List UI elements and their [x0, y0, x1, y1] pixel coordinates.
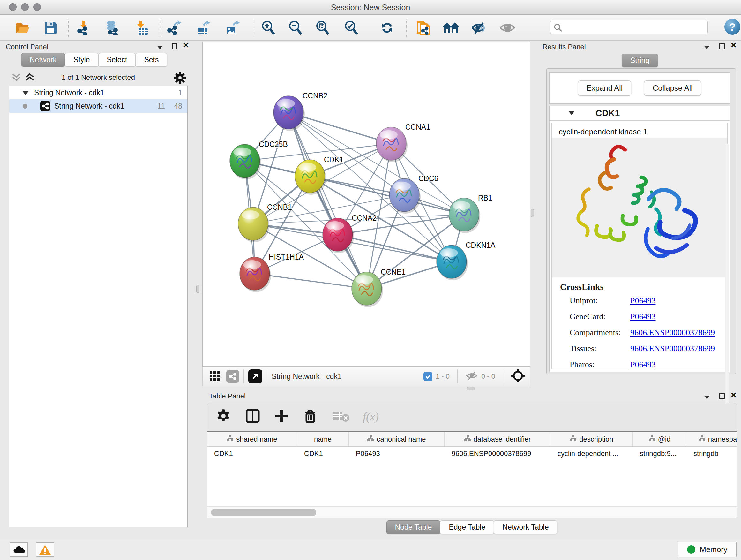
column-header-database-identifier[interactable]: database identifier [445, 432, 550, 446]
table-cell[interactable]: stringdb [686, 447, 737, 461]
network-options-gear-icon[interactable]: /* teeth drawn by render script */ [174, 71, 186, 85]
control-panel-float-button[interactable] [172, 43, 177, 51]
collection-expand-triangle[interactable] [23, 88, 28, 97]
table-cell[interactable]: stringdb:9... [633, 447, 686, 461]
control-panel-close-button[interactable]: × [183, 42, 189, 50]
network-node-CDC25B[interactable]: CDC25B [230, 140, 288, 179]
function-builder-icon[interactable]: f(x) [363, 410, 379, 423]
right-splitter-handle[interactable] [531, 209, 534, 217]
table-tab-edge-table[interactable]: Edge Table [440, 520, 494, 534]
crosslink-link[interactable]: 9606.ENSP00000378699 [630, 328, 715, 337]
show-columns-icon[interactable] [246, 409, 260, 425]
export-table-icon[interactable] [195, 20, 211, 36]
zoom-out-icon[interactable] [288, 20, 303, 36]
zoom-fit-icon[interactable] [315, 20, 330, 36]
bottom-splitter-handle[interactable] [467, 387, 475, 390]
node-position-crosshair-icon[interactable] [511, 369, 525, 384]
network-canvas[interactable]: CCNB2CCNA1CDC25BCDK1CDC6RB1CCNB1CCNA2CDK… [202, 42, 530, 367]
left-splitter-handle[interactable] [196, 285, 199, 293]
tab-sets[interactable]: Sets [135, 53, 167, 67]
crosslink-link[interactable]: P06493 [630, 360, 656, 369]
table-panel-float-button[interactable] [719, 393, 725, 401]
zoom-in-icon[interactable] [261, 20, 276, 36]
column-header-canonical-name[interactable]: canonical name [349, 432, 445, 446]
results-scrollbar[interactable] [725, 144, 729, 409]
zoom-selected-icon[interactable] [344, 20, 359, 36]
help-button[interactable]: ? [724, 19, 740, 35]
export-network-icon[interactable] [166, 20, 182, 36]
table-row[interactable]: CDK1CDK1P064939606.ENSP00000378699cyclin… [207, 447, 737, 461]
tab-network[interactable]: Network [21, 53, 65, 67]
table-horizontal-scrollbar[interactable] [207, 506, 737, 518]
results-panel-menu-button[interactable] [704, 45, 710, 51]
table-cell[interactable]: CDK1 [207, 447, 297, 461]
import-network-database-icon[interactable] [105, 20, 120, 36]
delete-column-trash-icon[interactable] [303, 409, 318, 425]
network-view-icon[interactable] [226, 370, 239, 383]
results-panel-close-button[interactable]: × [731, 42, 737, 50]
cloud-button[interactable] [10, 543, 28, 557]
table-cell[interactable]: 9606.ENSP00000378699 [445, 447, 550, 461]
network-node-CCNA1[interactable]: CCNA1 [376, 123, 430, 162]
network-node-CCNE1[interactable]: CCNE1 [352, 268, 406, 307]
tab-select[interactable]: Select [98, 53, 136, 67]
gene-entry-header[interactable]: CDK1 [549, 106, 730, 121]
network-node-RB1[interactable]: RB1 [449, 194, 492, 233]
crosslink-link[interactable]: P06493 [630, 312, 656, 321]
table-cell[interactable]: cyclin-dependent ... [550, 447, 633, 461]
network-label: String Network - cdk1 [54, 102, 125, 111]
column-header-@id[interactable]: @id [633, 432, 686, 446]
results-tab-string[interactable]: String [622, 54, 658, 67]
network-edge[interactable] [288, 112, 367, 289]
table-tab-node-table[interactable]: Node Table [387, 520, 441, 534]
network-node-CDK1[interactable]: CDK1 [295, 155, 343, 195]
table-tab-network-table[interactable]: Network Table [494, 520, 557, 534]
node-label: HIST1H1A [269, 253, 304, 261]
share-document-icon[interactable] [416, 20, 431, 36]
save-session-icon[interactable] [43, 20, 58, 36]
detach-view-icon[interactable] [248, 369, 262, 383]
collapse-all-button[interactable]: Collapse All [644, 80, 701, 96]
network-overview-houses-icon[interactable] [443, 20, 459, 36]
network-edge[interactable] [338, 235, 452, 262]
import-table-icon[interactable] [134, 20, 149, 36]
network-node-CDKN1A[interactable]: CDKN1A [436, 241, 495, 280]
table-panel-menu-button[interactable] [704, 395, 710, 400]
grid-view-icon[interactable] [209, 370, 220, 383]
network-collection-row[interactable]: String Network - cdk1 1 [9, 86, 187, 99]
crosslink-link[interactable]: P06493 [630, 296, 656, 306]
export-image-icon[interactable] [224, 20, 240, 36]
show-selected-eye-icon[interactable] [500, 20, 515, 36]
import-network-file-icon[interactable] [76, 20, 91, 36]
network-edge[interactable] [255, 273, 367, 289]
search-input[interactable] [564, 21, 705, 34]
column-header-namespace[interactable]: namespace [686, 432, 737, 446]
refresh-icon[interactable] [380, 20, 395, 36]
results-panel-float-button[interactable] [719, 43, 725, 51]
network-node-HIST1H1A[interactable]: HIST1H1A [240, 253, 304, 292]
open-session-icon[interactable] [15, 20, 30, 36]
memory-button[interactable]: Memory [678, 542, 737, 557]
column-header-shared-name[interactable]: shared name [207, 432, 297, 446]
selected-count-checkbox[interactable] [423, 372, 432, 381]
crosslink-link[interactable]: 9606.ENSP00000378699 [630, 344, 715, 354]
column-header-name[interactable]: name [297, 432, 349, 446]
network-node-CDC6[interactable]: CDC6 [389, 174, 439, 213]
expand-all-button[interactable]: Expand All [578, 80, 631, 96]
network-row[interactable]: String Network - cdk1 11 48 [9, 99, 187, 113]
column-header-description[interactable]: description [550, 432, 633, 446]
table-cell[interactable]: CDK1 [297, 447, 349, 461]
warning-button[interactable] [36, 543, 54, 557]
table-panel-close-button[interactable]: × [731, 391, 737, 399]
delete-table-icon[interactable] [332, 410, 350, 424]
gene-collapse-triangle[interactable] [569, 111, 575, 116]
network-node-CCNB2[interactable]: CCNB2 [273, 91, 327, 131]
table-scrollbar-thumb[interactable] [211, 509, 316, 516]
hide-selected-eye-slash-icon[interactable] [471, 20, 486, 36]
table-cell[interactable]: P06493 [349, 447, 445, 461]
column-header-label: database identifier [474, 435, 531, 443]
add-column-plus-icon[interactable] [274, 409, 289, 425]
table-settings-gear-icon[interactable] [216, 409, 231, 425]
control-panel-menu-button[interactable] [157, 45, 163, 51]
tab-style[interactable]: Style [65, 53, 98, 67]
